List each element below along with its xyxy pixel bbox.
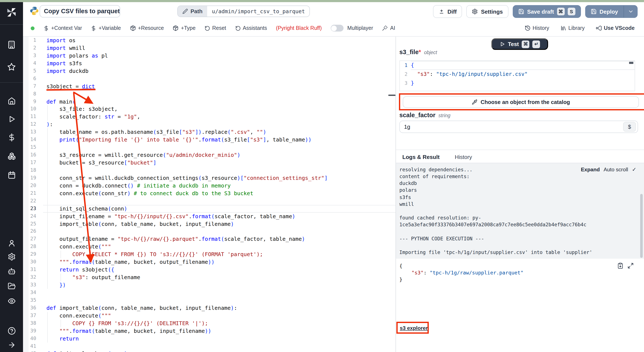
code-line[interactable]: 42def init_sql_schema(conn): [23, 350, 396, 352]
lint-assistants-status[interactable]: (Pyright Black Ruff) [276, 25, 322, 31]
variables-dollar-icon[interactable] [0, 134, 23, 142]
code-line[interactable]: 25 import_table(conn, table_name, bucket… [23, 220, 396, 228]
chevron-down-icon[interactable] [628, 8, 634, 14]
code-line[interactable]: 8 [23, 90, 396, 98]
code-line[interactable]: 15 [23, 144, 396, 151]
code-line[interactable]: 39 """.format(table_name, bucket, input_… [23, 327, 396, 335]
annotation-rect-choose-object [399, 93, 644, 110]
code-line[interactable]: 29 COPY (SELECT * FROM {}) TO 's3://{}/{… [23, 251, 396, 258]
script-title-input[interactable]: Copy CSV files to parquet [40, 5, 120, 18]
users-icon[interactable] [0, 239, 23, 247]
code-line[interactable]: 31 return s3object({ [23, 266, 396, 274]
test-button[interactable]: Test ⌘ ↵ [492, 38, 548, 50]
json-line[interactable]: 2 "s3": "tpc-h/1g/input/supplier.csv" [400, 70, 634, 79]
code-line[interactable]: 10 s3_file: s3object, [23, 106, 396, 113]
favorites-star-icon[interactable] [0, 63, 23, 71]
help-icon[interactable] [0, 327, 23, 335]
code-line[interactable]: 24 input_filename = "tpc-h/{}/input/{}.c… [23, 212, 396, 220]
code-line[interactable]: 5import duckdb [23, 67, 396, 75]
logs-scrollbar-thumb[interactable] [640, 194, 643, 258]
tab-history[interactable]: History [455, 150, 472, 164]
code-line[interactable]: 28 conn.execute(""" [23, 243, 396, 251]
code-line[interactable]: 36def import_table(conn, table_name, buc… [23, 304, 396, 312]
code-line[interactable]: 38 COPY {} FROM 's3://{}/{}' (DELIMITER … [23, 320, 396, 327]
use-vscode-button[interactable]: Use VScode [596, 25, 634, 31]
code-line[interactable]: 21 conn.execute(conn_str) # to connect d… [23, 190, 396, 197]
folders-icon[interactable] [0, 282, 23, 290]
code-line[interactable]: 32 "s3": output_filename [23, 274, 396, 281]
code-editor[interactable]: 1import os2import wmill3import polars as… [23, 37, 396, 352]
workspace-icon[interactable] [0, 40, 23, 49]
settings-gear-icon[interactable] [0, 253, 23, 261]
code-line[interactable]: 35 [23, 296, 396, 304]
deploy-button[interactable]: Deploy [585, 5, 638, 18]
toggle-off[interactable] [331, 25, 344, 32]
code-line[interactable]: 20 conn = duckdb.connect() # initiate a … [23, 182, 396, 190]
path-control[interactable]: Path u/admin/import_csv_to_parquet [177, 6, 310, 17]
code-line[interactable]: 34 [23, 289, 396, 296]
code-line[interactable]: 18 [23, 166, 396, 174]
code-line[interactable]: 33 }) [23, 281, 396, 289]
add-type-button[interactable]: +Type [173, 25, 196, 31]
code-line[interactable]: 4import s3fs [23, 60, 396, 67]
code-line[interactable]: 3import polars as pl [23, 52, 396, 60]
code-line[interactable]: 26 [23, 228, 396, 236]
expand-sidebar-arrow-icon[interactable] [0, 341, 23, 349]
schedules-calendar-icon[interactable] [0, 171, 23, 179]
code-line[interactable]: 16 s3_resource = wmill.get_resource("u/a… [23, 151, 396, 159]
resources-boxes-icon[interactable] [0, 152, 23, 160]
windmill-logo-icon[interactable] [0, 7, 23, 18]
save-draft-button[interactable]: Save draft ⌘ S [513, 5, 581, 18]
json-line[interactable]: 3} [400, 79, 634, 88]
add-variable-button[interactable]: +Variable [91, 25, 121, 31]
runs-play-icon[interactable] [0, 115, 23, 123]
insert-variable-button[interactable]: $ [623, 122, 636, 132]
history-button[interactable]: History [524, 25, 549, 31]
diff-button[interactable]: Diff [433, 5, 462, 18]
multiplayer-toggle[interactable]: Multiplayer [331, 25, 373, 32]
code-line[interactable]: 7s3object = dict [23, 82, 396, 90]
code-line[interactable]: 6 [23, 75, 396, 82]
scale-factor-input[interactable]: 1g [399, 120, 638, 133]
json-line[interactable]: 1{ [400, 61, 634, 70]
code-line[interactable]: 27 output_filename = "tpc-h/{}/raw/{}.pa… [23, 236, 396, 243]
s3-explorer-link[interactable]: s3 explorer [400, 325, 428, 331]
code-line[interactable]: 14 print("Importing file '{}' into table… [23, 136, 396, 144]
code-line[interactable]: 11 scale_factor: str = "1g", [23, 113, 396, 121]
code-line[interactable]: 1import os [23, 37, 396, 44]
code-line[interactable]: 40 return [23, 335, 396, 342]
panel-divider-handle[interactable] [388, 94, 396, 96]
code-line[interactable]: 30 """.format(table_name, bucket, output… [23, 258, 396, 266]
audit-eye-icon[interactable] [0, 297, 23, 305]
code-line[interactable]: 23 init_sql_schema(conn) [23, 205, 396, 212]
add-resource-button[interactable]: +Resource [130, 25, 164, 31]
path-edit-segment[interactable]: Path [178, 6, 207, 16]
assistants-button[interactable]: Assistants [235, 25, 267, 31]
top-header: Copy CSV files to parquet Path u/admin/i… [23, 2, 644, 20]
code-line[interactable]: 9def main( [23, 98, 396, 106]
code-line[interactable]: 37 conn.execute(""" [23, 312, 396, 320]
expand-logs-button[interactable]: Expand [581, 166, 600, 172]
workers-bot-icon[interactable] [0, 267, 23, 275]
logs-pane[interactable]: resolving dependencies... content of req… [396, 163, 644, 259]
settings-button[interactable]: Settings [466, 5, 508, 18]
line-number: 24 [23, 212, 43, 220]
line-number: 20 [23, 182, 43, 190]
copy-to-clipboard-icon[interactable] [617, 262, 624, 269]
code-line[interactable]: 19 conn_str = wmill.duckdb_connection_se… [23, 174, 396, 182]
add-context-var-button[interactable]: +Context Var [44, 25, 82, 31]
code-line[interactable]: 12): [23, 121, 396, 128]
code-line[interactable]: 13 table_name = os.path.basename(s3_file… [23, 128, 396, 136]
tab-logs-result[interactable]: Logs & Result [402, 150, 440, 164]
library-button[interactable]: Library [560, 25, 584, 31]
reset-button[interactable]: Reset [204, 25, 226, 31]
autoscroll-label[interactable]: Auto scroll [604, 166, 628, 172]
s3-file-json-editor[interactable]: 1{2 "s3": "tpc-h/1g/input/supplier.csv"3… [399, 60, 635, 91]
ai-button[interactable]: AI [382, 25, 395, 31]
expand-result-icon[interactable] [628, 262, 634, 269]
home-icon[interactable] [0, 97, 23, 105]
code-line[interactable]: 17 bucket = s3_resource["bucket"] [23, 159, 396, 166]
code-line[interactable]: 41 [23, 342, 396, 350]
code-line[interactable]: 22 [23, 197, 396, 205]
code-line[interactable]: 2import wmill [23, 44, 396, 52]
